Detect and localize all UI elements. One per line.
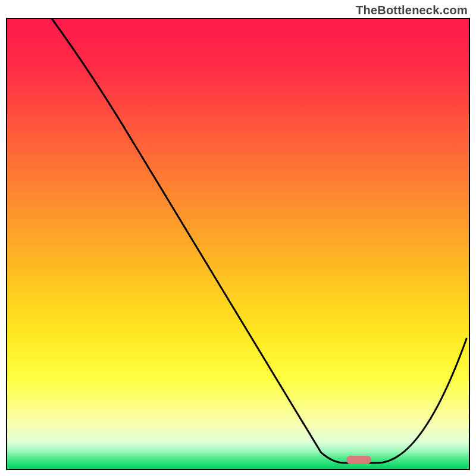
watermark-text: TheBottleneck.com — [356, 4, 468, 17]
optimal-marker — [346, 456, 371, 464]
curve-path — [52, 19, 466, 463]
chart-plot-area — [6, 18, 470, 470]
bottleneck-curve — [7, 19, 469, 469]
